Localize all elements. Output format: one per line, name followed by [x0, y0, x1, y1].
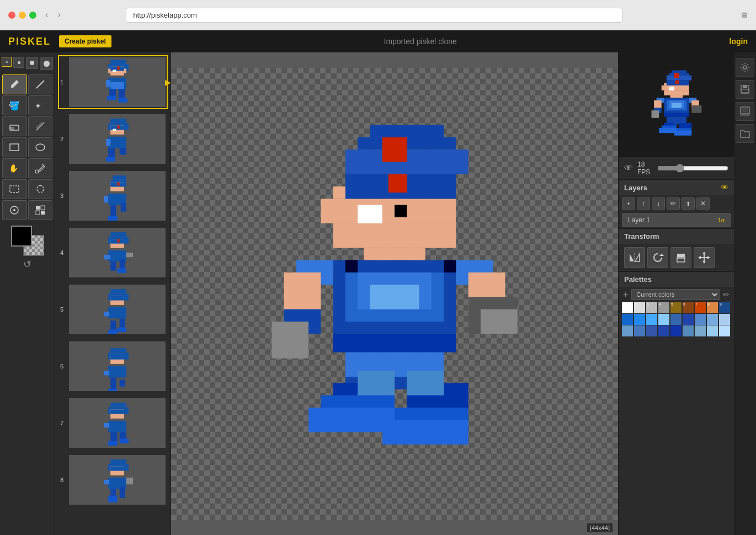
palette-color-24[interactable]: [683, 325, 694, 336]
delete-layer-button[interactable]: ✕: [696, 197, 710, 210]
canvas-checkerboard[interactable]: [171, 68, 618, 520]
rectangle-tool[interactable]: [2, 137, 27, 157]
palette-color-8[interactable]: 8: [707, 302, 718, 313]
move-tool[interactable]: ✋: [2, 158, 27, 178]
eraser-tool[interactable]: [2, 116, 27, 136]
palette-color-9[interactable]: 9: [719, 302, 730, 313]
frame-item[interactable]: 6: [58, 339, 168, 393]
merge-layer-button[interactable]: ⬆: [682, 197, 695, 210]
size-xlarge-button[interactable]: [40, 57, 53, 70]
main-canvas-sprite: [259, 115, 530, 473]
line-tool[interactable]: [28, 74, 53, 94]
checker-tool[interactable]: [28, 200, 53, 220]
layer-item[interactable]: Layer 1 1α: [622, 213, 731, 227]
palette-color-2[interactable]: 2: [634, 302, 645, 313]
minimize-dot[interactable]: [19, 12, 26, 19]
palette-color-1[interactable]: 1: [622, 302, 633, 313]
maximize-dot[interactable]: [29, 12, 36, 19]
eyedropper-tool[interactable]: [28, 158, 53, 178]
flip-v-button[interactable]: [670, 247, 691, 268]
palette-edit-button[interactable]: ✏: [723, 290, 730, 299]
export-button[interactable]: [736, 102, 754, 121]
ellipse-tool[interactable]: [28, 137, 53, 157]
flip-h-button[interactable]: [624, 247, 645, 268]
url-bar[interactable]: http://piskelapp.com: [126, 8, 622, 23]
move-layer-up-button[interactable]: ↑: [637, 197, 650, 210]
magic-wand-tool[interactable]: ✦: [28, 95, 53, 115]
svg-rect-173: [651, 110, 659, 118]
move-layer-down-button[interactable]: ↓: [652, 197, 665, 210]
size-medium-button[interactable]: [13, 57, 24, 68]
frame-item[interactable]: 7: [58, 396, 168, 450]
frame-thumbnail: [69, 57, 166, 107]
frame-item[interactable]: 3: [58, 169, 168, 223]
palette-color-27[interactable]: [719, 325, 730, 336]
palette-color-12[interactable]: [646, 314, 657, 325]
hamburger-menu[interactable]: ≡: [741, 9, 748, 22]
palette-color-20[interactable]: [634, 325, 645, 336]
folder-button[interactable]: [736, 124, 754, 143]
palette-color-13[interactable]: [658, 314, 669, 325]
select-rect-tool[interactable]: [2, 179, 27, 199]
frame-item[interactable]: 1: [58, 55, 168, 109]
palette-color-7[interactable]: 7: [695, 302, 706, 313]
palette-color-4[interactable]: 4: [658, 302, 669, 313]
pen-tool[interactable]: [2, 74, 27, 94]
fps-slider[interactable]: [657, 164, 728, 173]
palette-select[interactable]: Current colors: [631, 289, 720, 300]
pan-tool[interactable]: [2, 200, 27, 220]
transform-section: Transform: [619, 229, 734, 272]
svg-rect-59: [110, 232, 126, 237]
save-button[interactable]: [736, 80, 754, 99]
svg-marker-198: [698, 256, 701, 259]
close-dot[interactable]: [8, 12, 15, 19]
palette-color-6[interactable]: 6: [683, 302, 694, 313]
forward-button[interactable]: ›: [54, 9, 63, 21]
rotate-button[interactable]: [647, 247, 668, 268]
fill-tool[interactable]: 🪣: [2, 95, 27, 115]
svg-marker-197: [702, 261, 706, 264]
palette-color-15[interactable]: [683, 314, 694, 325]
canvas-area[interactable]: [44x44]: [171, 52, 618, 535]
palette-color-3[interactable]: 3: [646, 302, 657, 313]
palette-color-19[interactable]: [622, 325, 633, 336]
palette-color-21[interactable]: [646, 325, 657, 336]
resize-button[interactable]: [694, 247, 715, 268]
back-button[interactable]: ‹: [42, 9, 51, 21]
layers-visibility-icon[interactable]: 👁: [721, 183, 728, 192]
svg-rect-27: [113, 70, 116, 72]
palette-color-5[interactable]: 5: [670, 302, 682, 313]
frame-item[interactable]: 2: [58, 112, 168, 166]
add-palette-button[interactable]: +: [623, 290, 628, 299]
frame-item[interactable]: 8: [58, 453, 168, 507]
add-layer-button[interactable]: +: [622, 197, 635, 210]
palette-color-10[interactable]: [622, 314, 633, 325]
svg-rect-74: [110, 296, 124, 300]
palette-color-25[interactable]: [695, 325, 706, 336]
palette-color-14[interactable]: [670, 314, 682, 325]
palette-color-23[interactable]: [670, 325, 682, 336]
layers-toolbar: + ↑ ↓ ✏ ⬆ ✕: [619, 195, 734, 212]
svg-rect-109: [104, 480, 109, 484]
rename-layer-button[interactable]: ✏: [667, 197, 680, 210]
palette-color-11[interactable]: [634, 314, 645, 325]
palette-color-22[interactable]: [658, 325, 669, 336]
frame-item[interactable]: 5: [58, 282, 168, 336]
palette-color-17[interactable]: [707, 314, 718, 325]
size-large-button[interactable]: [26, 57, 38, 69]
palette-color-26[interactable]: [707, 325, 718, 336]
create-piskel-button[interactable]: Create piskel: [59, 35, 111, 47]
frame-item[interactable]: 4: [58, 226, 168, 280]
svg-rect-46: [106, 157, 115, 162]
svg-rect-29: [106, 80, 110, 87]
size-small-button[interactable]: [2, 57, 12, 67]
palette-color-16[interactable]: [695, 314, 706, 325]
select-lasso-tool[interactable]: [28, 179, 53, 199]
lighten-tool[interactable]: [28, 116, 53, 136]
foreground-color[interactable]: [11, 226, 32, 247]
svg-rect-78: [120, 318, 125, 327]
settings-button[interactable]: [736, 58, 754, 77]
color-reset-button[interactable]: ↺: [23, 258, 31, 270]
palette-color-18[interactable]: [719, 314, 730, 325]
login-button[interactable]: login: [730, 37, 748, 46]
